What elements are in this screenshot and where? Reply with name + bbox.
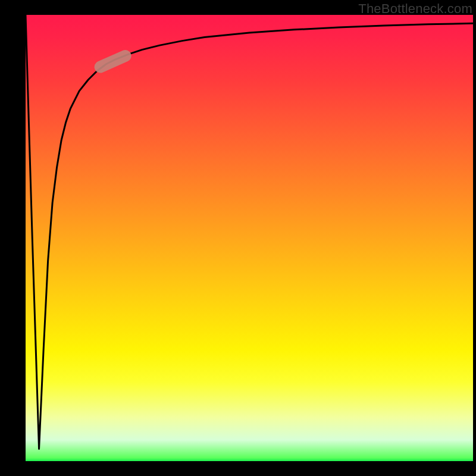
chart-svg <box>26 15 473 462</box>
highlight-pill <box>92 48 133 75</box>
bottleneck-curve <box>26 15 473 449</box>
attribution-text: TheBottleneck.com <box>358 1 472 17</box>
highlight-marker-group <box>92 48 133 75</box>
chart-container: TheBottleneck.com <box>0 0 476 476</box>
